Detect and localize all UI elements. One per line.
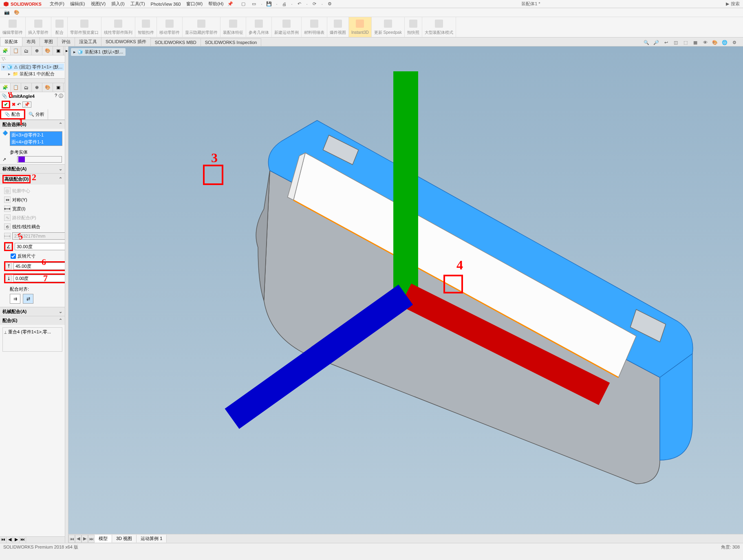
ribbon-exploded[interactable]: 爆炸视图 xyxy=(327,17,349,37)
undo-icon[interactable]: ↶ xyxy=(296,0,303,8)
pm-mate-item[interactable]: ⟂ 重合4 (零件1<1>,零... xyxy=(4,329,61,335)
ribbon-motion-study[interactable]: 新建运动算例 xyxy=(272,17,302,37)
ribbon-speedpak[interactable]: 更新 Speedpak xyxy=(372,17,405,37)
ribbon-smart-fastener[interactable]: 智能扣件 xyxy=(135,17,157,37)
pm-tab-property[interactable]: 📋 xyxy=(11,83,21,92)
ribbon-move-component[interactable]: 移动零部件 xyxy=(157,17,183,37)
pin-icon[interactable]: 📌 xyxy=(227,0,234,8)
angle-icon[interactable]: ∠ xyxy=(5,243,12,250)
tab-addins[interactable]: SOLIDWORKS 插件 xyxy=(101,37,151,46)
open-icon[interactable]: ▭ xyxy=(250,0,258,8)
pm-row-width[interactable]: ⟷宽度(I) xyxy=(2,204,62,213)
print-icon[interactable]: 🖨 xyxy=(281,0,288,8)
pm-max-input[interactable] xyxy=(13,262,65,270)
pm-selection-item-1[interactable]: 面<3>@零件2-1 xyxy=(10,132,62,139)
pm-tab-extra[interactable]: ▣ xyxy=(53,83,64,92)
pm-info-icon[interactable]: ⓘ xyxy=(59,93,63,99)
camera-icon[interactable]: 📷 xyxy=(3,9,11,16)
pm-tab-analysis[interactable]: 🔍 分析 xyxy=(25,109,48,119)
fm-node-part1[interactable]: ▾🧊⚠ (固定) 零件1<1> (默... xyxy=(1,64,64,71)
pm-row-path[interactable]: ∿路径配合(P) xyxy=(2,213,62,222)
tab-render[interactable]: 渲染工具 xyxy=(75,37,101,46)
nav-prev[interactable]: ◀ xyxy=(7,537,13,543)
btab-motion[interactable]: 运动算例 1 xyxy=(137,535,167,542)
menu-window[interactable]: 窗口(W) xyxy=(184,0,205,8)
pm-angle-input[interactable] xyxy=(15,243,65,250)
fm-tab-feature[interactable]: 🧩 xyxy=(0,46,11,55)
nav-next[interactable]: ▶ xyxy=(13,537,20,543)
ribbon-show-hidden[interactable]: 显示隐藏的零部件 xyxy=(183,17,220,37)
nav-last[interactable]: ⏭ xyxy=(20,537,26,543)
pm-row-linear[interactable]: ⎋线性/线性耦合 xyxy=(2,222,62,231)
pm-pushpin-icon[interactable]: 📌 xyxy=(22,101,31,108)
view-triad[interactable] xyxy=(68,46,743,543)
new-icon[interactable]: ▢ xyxy=(240,0,247,8)
fm-splitter[interactable]: ▸ xyxy=(65,46,68,543)
btab-prev[interactable]: ◀ xyxy=(75,535,82,543)
ribbon-large-assembly[interactable]: 大型装配体模式 xyxy=(422,17,456,37)
fm-filter[interactable]: ▽ · xyxy=(0,55,65,63)
menu-photoview[interactable]: PhotoView 360 xyxy=(148,1,183,7)
ribbon-preview-window[interactable]: 零部件预览窗口 xyxy=(68,17,101,37)
tab-evaluate[interactable]: 评估 xyxy=(57,37,75,46)
tab-assembly[interactable]: 装配体 xyxy=(0,37,22,46)
pm-selection-item-2[interactable]: 面<4>@零件1-1 xyxy=(10,139,62,146)
menu-help[interactable]: 帮助(H) xyxy=(206,0,226,8)
pm-ref-entity-box[interactable] xyxy=(17,156,62,163)
pm-mates-list[interactable]: ⟂ 重合4 (零件1<1>,零... xyxy=(2,327,62,352)
pm-undo-icon[interactable]: ↶ xyxy=(17,102,21,107)
ribbon-snapshot[interactable]: 拍快照 xyxy=(405,17,422,37)
btab-next[interactable]: ▶ xyxy=(82,535,88,543)
pm-section-selection-hdr[interactable]: 配合选择(S)⌃ xyxy=(0,120,65,129)
save-icon[interactable]: 💾 xyxy=(265,0,273,8)
search-label[interactable]: 搜索 xyxy=(731,1,740,7)
appearance-icon[interactable]: 🎨 xyxy=(711,39,719,46)
pm-align-anti[interactable]: ⇄ xyxy=(23,294,33,304)
flip-check-input[interactable] xyxy=(11,254,16,259)
display-style-icon[interactable]: ▦ xyxy=(692,39,699,46)
nav-first[interactable]: ⏮ xyxy=(0,537,7,543)
rebuild-icon[interactable]: ⟳ xyxy=(311,0,318,8)
hide-show-icon[interactable]: 👁 xyxy=(701,39,709,46)
pm-cancel-button[interactable]: ✖ xyxy=(12,102,15,107)
pm-flip-checkbox[interactable]: 反转尺寸 xyxy=(2,252,62,260)
tab-sketch[interactable]: 草图 xyxy=(40,37,57,46)
fm-tab-extra[interactable]: ▣ xyxy=(53,46,64,55)
ribbon-mate[interactable]: 配合 xyxy=(51,17,68,37)
btab-last[interactable]: ⏭ xyxy=(88,535,95,543)
zoom-fit-icon[interactable]: 🔍 xyxy=(643,39,650,46)
section-view-icon[interactable]: ◫ xyxy=(672,39,679,46)
view-settings-icon[interactable]: ⚙ xyxy=(731,39,738,46)
ribbon-linear-pattern[interactable]: 线性零部件阵列 xyxy=(101,17,135,37)
menu-edit[interactable]: 编辑(E) xyxy=(68,0,88,8)
pm-section-mech-hdr[interactable]: 机械配合(A)⌄ xyxy=(0,307,65,316)
menu-view[interactable]: 视图(V) xyxy=(88,0,108,8)
ribbon-edit-component[interactable]: 编辑零部件 xyxy=(0,17,26,37)
menu-file[interactable]: 文件(F) xyxy=(47,0,67,8)
pm-tab-dim[interactable]: ⊕ xyxy=(32,83,42,92)
search-expand-icon[interactable]: ▶ xyxy=(726,1,729,7)
prev-view-icon[interactable]: ↩ xyxy=(662,39,670,46)
fm-tab-config[interactable]: 🗂 xyxy=(21,46,32,55)
ribbon-insert-component[interactable]: 插入零部件 xyxy=(26,17,51,37)
pm-min-input[interactable] xyxy=(13,275,65,282)
pm-help-icon[interactable]: ? xyxy=(55,93,57,99)
pm-selection-list[interactable]: 面<3>@零件2-1 面<4>@零件1-1 xyxy=(10,131,62,146)
tab-layout[interactable]: 布局 xyxy=(22,37,40,46)
pm-ok-button[interactable]: ✔ xyxy=(4,102,8,107)
menu-insert[interactable]: 插入(I) xyxy=(109,0,127,8)
pm-align-same[interactable]: ⇉ xyxy=(10,294,20,304)
scene-icon[interactable]: 🌐 xyxy=(721,39,728,46)
pm-row-symmetric[interactable]: ⇔对称(Y) xyxy=(2,195,62,204)
zoom-area-icon[interactable]: 🔎 xyxy=(653,39,660,46)
pm-tab-config[interactable]: 🗂 xyxy=(21,83,32,92)
render-icon[interactable]: 🎨 xyxy=(13,9,20,16)
ribbon-instant3d[interactable]: Instant3D xyxy=(349,17,372,37)
pm-section-mates-hdr[interactable]: 配合(E)⌃ xyxy=(0,316,65,325)
menu-tools[interactable]: 工具(T) xyxy=(128,0,148,8)
btab-model[interactable]: 模型 xyxy=(95,535,112,542)
pm-row-profile[interactable]: ◎轮廓中心 xyxy=(2,186,62,195)
pm-section-advanced-hdr[interactable]: 高级配合(D) 2 ⌃ xyxy=(0,174,65,185)
ribbon-bom[interactable]: 材料明细表 xyxy=(302,17,327,37)
tab-inspection[interactable]: SOLIDWORKS Inspection xyxy=(201,38,262,46)
